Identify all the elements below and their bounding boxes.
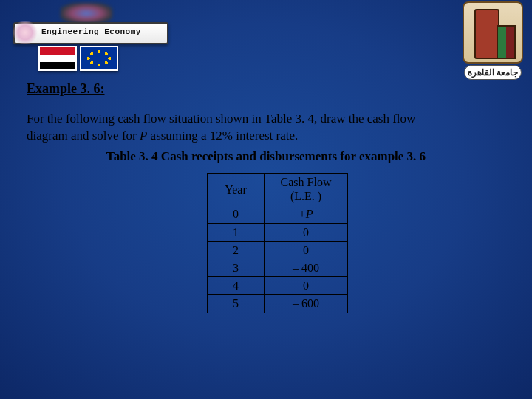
cell-cash-flow: +P: [265, 205, 348, 223]
partner-flags: [38, 46, 118, 71]
problem-line2b: assuming a 12% interest rate.: [147, 129, 298, 143]
problem-line2a: diagram and solve for: [27, 129, 140, 143]
col-header-year: Year: [208, 174, 265, 205]
cell-year: 2: [208, 241, 265, 259]
cell-cash-flow: 0: [265, 277, 348, 295]
crest-artwork-icon: [463, 1, 523, 64]
table-row: 1 0: [208, 223, 348, 241]
table-header-row: Year Cash Flow (L.E. ): [208, 174, 348, 205]
example-heading: Example 3. 6:: [27, 81, 105, 98]
variable-P: P: [140, 129, 147, 143]
vision-banner: Engineering Economy: [13, 22, 168, 44]
cell-year: 3: [208, 259, 265, 276]
vision-project-logo: Engineering Economy: [9, 3, 149, 69]
cell-cash-flow: 0: [265, 241, 348, 259]
crest-caption: جامعة القاهرة: [464, 65, 522, 80]
cell-cash-flow: – 400: [265, 259, 348, 276]
cash-flow-header-l1: Cash Flow: [281, 176, 332, 188]
cairo-university-crest: جامعة القاهرة: [463, 1, 523, 83]
cell-cash-flow: 0: [265, 223, 348, 241]
table-row: 5 – 600: [208, 295, 348, 313]
problem-line1: For the following cash flow situation sh…: [27, 112, 415, 126]
flag-egypt-icon: [38, 46, 77, 71]
col-header-cash-flow: Cash Flow (L.E. ): [265, 174, 348, 205]
cf-variable-P: P: [306, 208, 313, 220]
cell-year: 1: [208, 223, 265, 241]
cell-year: 5: [208, 295, 265, 313]
table-row: 0 +P: [208, 205, 348, 223]
flag-eu-icon: [80, 46, 118, 71]
table-row: 2 0: [208, 241, 348, 259]
cash-flow-table: Year Cash Flow (L.E. ) 0 +P 1 0 2 0 3 – …: [207, 173, 348, 313]
table-caption: Table 3. 4 Cash receipts and disbursemen…: [0, 149, 532, 164]
cash-flow-header-l2: (L.E. ): [290, 190, 321, 202]
table-row: 4 0: [208, 277, 348, 295]
vision-burst-icon: [12, 21, 38, 44]
problem-statement: For the following cash flow situation sh…: [27, 111, 470, 145]
table-row: 3 – 400: [208, 259, 348, 276]
cf-sign: +: [299, 208, 306, 220]
vision-banner-text: Engineering Economy: [41, 27, 141, 36]
logo-artwork: [61, 3, 112, 24]
cell-year: 4: [208, 277, 265, 295]
cell-cash-flow: – 600: [265, 295, 348, 313]
cell-year: 0: [208, 205, 265, 223]
